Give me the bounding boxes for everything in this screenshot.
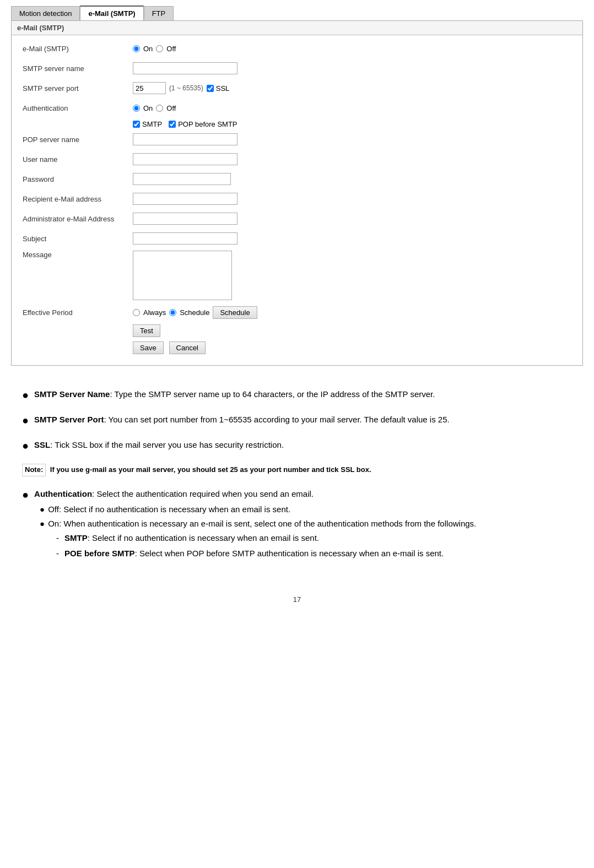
smtp-checkbox[interactable] [133,121,140,128]
dash-poe-before-smtp: - POE before SMTP: Select when POP befor… [56,547,476,560]
password-row: Password [23,171,571,187]
pop-before-smtp-checkbox-group: POP before SMTP [169,120,237,128]
bullet-dot-3: ● [22,438,29,453]
auth-on-group: On [133,104,153,112]
tab-motion-detection[interactable]: Motion detection [11,6,80,20]
bullet-text-4: Authentication: Select the authenticatio… [34,487,476,562]
auth-sub-bullet-on: ● On: When authentication is necessary a… [40,517,476,530]
sub-bullet-off-text: Off: Select if no authentication is nece… [48,503,290,516]
email-smtp-toggle-row: e-Mail (SMTP) On Off [23,41,571,56]
tab-email-smtp[interactable]: e-Mail (SMTP) [80,6,143,20]
pop-server-name-input[interactable] [133,133,237,145]
page-number: 17 [0,595,594,604]
admin-email-input[interactable] [133,213,237,225]
smtp-server-port-term: SMTP Server Port [34,415,104,424]
schedule-group: Schedule [169,308,209,317]
schedule-radio[interactable] [169,309,176,316]
authentication-label: Authentication [23,104,133,112]
smtp-server-port-desc: : You can set port number from 1~65535 a… [104,415,450,424]
bullet-text-2: SMTP Server Port: You can set port numbe… [34,413,450,426]
bullet-text-3: SSL: Tick SSL box if the mail server you… [34,438,284,452]
tab-ftp[interactable]: FTP [144,6,174,20]
effective-period-label: Effective Period [23,308,133,317]
email-smtp-panel: e-Mail (SMTP) e-Mail (SMTP) On Off SMTP … [11,20,583,366]
auth-sub-bullets: ● Off: Select if no authentication is ne… [40,503,476,560]
test-button-row: Test [133,324,571,337]
bullet-dot-1: ● [22,388,29,402]
email-smtp-on-group: On [133,45,153,53]
smtp-pop-checkboxes-row: SMTP POP before SMTP [133,120,571,128]
form-area: e-Mail (SMTP) On Off SMTP server name SM… [12,35,582,365]
smtp-server-name-term: SMTP Server Name [34,389,110,399]
email-smtp-off-radio[interactable] [156,45,163,52]
subject-input[interactable] [133,232,237,245]
email-smtp-on-radio[interactable] [133,45,140,52]
note-prefix: Note: [22,464,46,476]
user-name-row: User name [23,151,571,167]
smtp-server-name-desc: : Type the SMTP server name up to 64 cha… [110,389,435,399]
dash-smtp: - SMTP: Select if no authentication is n… [56,531,476,545]
tabs-bar: Motion detection e-Mail (SMTP) FTP [0,0,594,20]
cancel-button[interactable]: Cancel [169,341,206,354]
pop-server-name-controls [133,133,237,145]
recipient-email-label: Recipient e-Mail address [23,195,133,203]
ssl-checkbox-group: SSL [207,84,230,93]
always-label: Always [143,308,166,317]
content-area: ● SMTP Server Name: Type the SMTP server… [0,377,594,584]
authentication-controls: On Off [133,104,176,112]
bullet-authentication: ● Authentication: Select the authenticat… [22,487,572,562]
save-cancel-row: Save Cancel [133,341,571,354]
smtp-check-label: SMTP [142,120,162,128]
admin-email-label: Administrator e-Mail Address [23,215,133,223]
test-button[interactable]: Test [133,324,160,337]
authentication-row: Authentication On Off [23,100,571,116]
auth-sub-bullet-off: ● Off: Select if no authentication is ne… [40,503,476,516]
save-button[interactable]: Save [133,341,164,354]
smtp-server-port-controls: (1 ~ 65535) SSL [133,82,229,94]
dash-smtp-text: SMTP: Select if no authentication is nec… [64,531,319,545]
password-controls [133,173,231,185]
user-name-input[interactable] [133,153,237,165]
always-radio[interactable] [133,309,140,316]
recipient-email-controls [133,193,237,205]
smtp-server-port-label: SMTP server port [23,84,133,93]
auth-off-radio[interactable] [156,105,163,112]
ssl-checkbox[interactable] [207,85,214,92]
smtp-server-name-input[interactable] [133,62,237,74]
dash-smtp-term: SMTP [64,533,88,542]
dash-smtp-desc: : Select if no authentication is necessa… [88,533,319,542]
sub-bullet-dot-on: ● [40,517,45,530]
dash-poe-term: POE before SMTP [64,549,135,558]
email-smtp-off-label: Off [166,45,176,53]
note-line: Note: If you use g-mail as your mail ser… [22,464,572,476]
schedule-label: Schedule [180,308,209,317]
smtp-server-name-row: SMTP server name [23,61,571,76]
pop-before-smtp-checkbox[interactable] [169,121,176,128]
authentication-term: Authentication [34,489,92,498]
smtp-port-input[interactable] [133,82,166,94]
dash-1: - [56,531,59,545]
dash-2: - [56,547,59,560]
user-name-label: User name [23,155,133,164]
bullet-dot-2: ● [22,413,29,427]
email-smtp-toggle-controls: On Off [133,45,176,53]
ssl-desc: : Tick SSL box if the mail server you us… [50,440,284,449]
ssl-label: SSL [216,84,230,93]
dash-poe-text: POE before SMTP: Select when POP before … [64,547,444,560]
dash-poe-desc: : Select when POP before SMTP authentica… [135,549,444,558]
recipient-email-input[interactable] [133,193,237,205]
smtp-server-port-row: SMTP server port (1 ~ 65535) SSL [23,80,571,96]
message-textarea[interactable] [133,251,232,300]
always-group: Always [133,308,166,317]
subject-row: Subject [23,231,571,246]
message-row: Message [23,251,571,300]
password-input[interactable] [133,173,231,185]
auth-off-label: Off [166,104,176,112]
recipient-email-row: Recipient e-Mail address [23,191,571,207]
bullet-dot-4: ● [22,487,29,502]
smtp-server-name-label: SMTP server name [23,64,133,73]
smtp-port-range: (1 ~ 65535) [169,84,203,92]
authentication-desc: : Select the authentication required whe… [92,489,314,498]
auth-on-radio[interactable] [133,105,140,112]
schedule-button[interactable]: Schedule [213,306,257,319]
